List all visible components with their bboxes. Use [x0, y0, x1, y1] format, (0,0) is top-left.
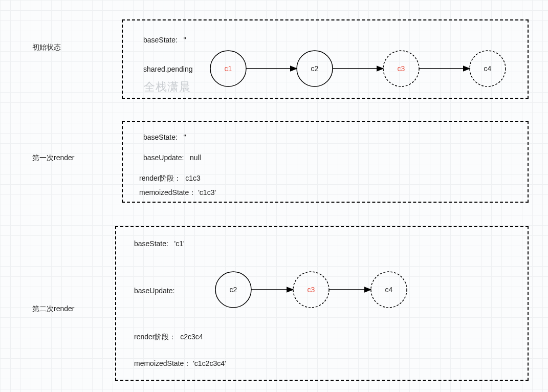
value-text: 'c1c3' — [198, 188, 216, 197]
section-label-initial: 初始状态 — [32, 43, 61, 52]
label-text: baseState: — [143, 133, 178, 141]
value-text: 'c1c2c3c4' — [193, 359, 226, 367]
first-memoized: memoizedState： 'c1c3' — [139, 188, 216, 198]
value-text: null — [190, 154, 201, 162]
section-label-second-render: 第二次render — [32, 304, 74, 314]
value-text: c2c3c4 — [180, 333, 203, 341]
second-basestate: baseState: 'c1' — [134, 239, 185, 248]
label-text: baseState: — [134, 239, 168, 248]
value-text: '' — [184, 36, 186, 44]
value-text: c1c3 — [185, 174, 201, 182]
second-renderphase: render阶段： c2c3c4 — [134, 333, 203, 342]
initial-basestate-label: baseState: '' — [143, 36, 186, 44]
section-label-first-render: 第一次render — [32, 154, 74, 163]
first-basestate: baseState: '' — [143, 133, 186, 141]
value-text: '' — [184, 133, 186, 141]
value-text: 'c1' — [174, 239, 185, 248]
initial-shared-pending-label: shared.pending — [143, 65, 193, 73]
label-text: memoizedState： — [139, 188, 196, 197]
label-text: memoizedState： — [134, 359, 191, 367]
label-text: render阶段： — [134, 333, 176, 341]
second-memoized: memoizedState： 'c1c2c3c4' — [134, 359, 226, 368]
first-baseupdate: baseUpdate: null — [143, 154, 201, 162]
label-text: render阶段： — [139, 174, 181, 182]
label-text: baseState: — [143, 36, 178, 44]
second-baseupdate: baseUpdate: — [134, 287, 174, 295]
label-text: baseUpdate: — [143, 154, 184, 162]
initial-box — [122, 19, 529, 99]
first-renderphase: render阶段： c1c3 — [139, 174, 201, 183]
second-render-box — [115, 226, 529, 381]
